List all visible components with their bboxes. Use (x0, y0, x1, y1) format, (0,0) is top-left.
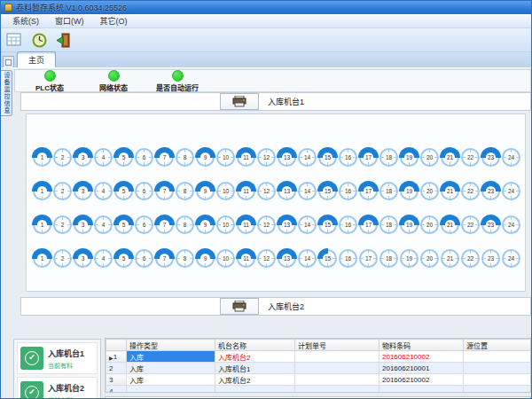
cell-操作类型[interactable] (127, 386, 215, 394)
slot-9: 9 (196, 182, 215, 200)
cell-机台名称[interactable]: 入库机台2 (215, 351, 295, 363)
status-led (172, 70, 184, 82)
status-led (108, 70, 120, 82)
slot-16: 16 (339, 148, 357, 167)
slot-9: 9 (196, 249, 215, 268)
slot-24: 24 (502, 215, 520, 234)
slot-10: 10 (216, 148, 235, 167)
cell-源位置[interactable] (464, 386, 532, 394)
slot-15: 15 (318, 182, 337, 200)
toolbar (1, 28, 531, 52)
slot-12: 12 (257, 249, 276, 268)
slot-14: 14 (298, 249, 317, 268)
status-item-2: 是否自动运行 (152, 70, 203, 92)
cell-计划单号[interactable] (295, 363, 379, 374)
table-row[interactable]: 4 (106, 386, 532, 394)
row-header-corner (106, 340, 127, 351)
dock-tab[interactable] (3, 56, 14, 67)
main-content: 设备监控信息 PLC状态网络状态是否自动运行 入库机台1 12345678910… (1, 67, 531, 399)
slot-2: 2 (53, 148, 72, 167)
slot-18: 18 (379, 249, 398, 268)
table-row[interactable]: ▶1入库入库机台2201606210002 (106, 351, 532, 363)
window-title: 卷料暂存系统 V1.0.6034.25526 (16, 2, 127, 13)
slot-11: 11 (237, 249, 255, 268)
menu-other[interactable]: 其它(O) (92, 14, 136, 27)
table-row[interactable]: 2入库入库机台1201606210001 (106, 363, 532, 374)
cell-计划单号[interactable] (295, 386, 379, 394)
menu-window[interactable]: 窗口(W) (47, 14, 92, 27)
row-number: ▶1 (106, 351, 127, 363)
slot-4: 4 (94, 148, 113, 167)
slot-22: 22 (461, 148, 480, 167)
slot-17: 17 (359, 249, 378, 268)
slot-10: 10 (216, 215, 235, 234)
slot-2: 2 (53, 215, 72, 234)
slot-20: 20 (420, 148, 439, 167)
slot-21: 21 (441, 148, 459, 167)
slot-7: 7 (155, 148, 174, 167)
machine2-title: 入库机台2 (268, 301, 304, 312)
print-button-machine2[interactable] (220, 298, 259, 315)
cell-计划单号[interactable] (295, 374, 379, 386)
cell-机台名称[interactable]: 入库机台2 (215, 374, 295, 386)
slot-14: 14 (298, 182, 317, 200)
row-number: 3 (106, 374, 127, 386)
menu-system[interactable]: 系统(S) (4, 14, 47, 27)
slot-22: 22 (461, 215, 480, 234)
tab-home[interactable]: 主页 (17, 51, 56, 67)
cell-操作类型[interactable]: 入库 (127, 374, 215, 386)
slot-5: 5 (114, 249, 133, 268)
slot-15: 15 (318, 215, 337, 234)
slot-11: 11 (237, 182, 255, 200)
clock-icon[interactable] (28, 30, 50, 50)
dock-icon (5, 59, 12, 66)
column-header-0[interactable]: 操作类型 (127, 340, 215, 351)
column-header-2[interactable]: 计划单号 (295, 340, 379, 351)
machine-card-2: ✔入库机台2当前有料 (17, 377, 98, 399)
cell-源位置[interactable] (464, 374, 532, 386)
table-row[interactable]: 3入库入库机台2201606210002 (106, 374, 532, 386)
slot-10: 10 (216, 249, 235, 268)
machine2-header: 入库机台2 (20, 297, 531, 316)
cell-物料条码[interactable]: 201606210001 (379, 363, 464, 374)
exit-icon[interactable] (53, 30, 74, 50)
slot-3: 3 (74, 148, 92, 167)
slot-5: 5 (114, 148, 133, 167)
slot-16: 16 (339, 249, 357, 268)
status-panel: PLC状态网络状态是否自动运行 (14, 69, 531, 92)
cell-计划单号[interactable] (295, 351, 379, 363)
slot-22: 22 (461, 249, 480, 268)
cell-源位置[interactable] (464, 351, 532, 363)
print-button-machine1[interactable] (220, 93, 259, 110)
header-spacer (21, 93, 220, 110)
cell-操作类型[interactable]: 入库 (127, 363, 215, 374)
cell-机台名称[interactable] (215, 386, 295, 394)
slot-19: 19 (400, 215, 419, 234)
slot-20: 20 (420, 215, 439, 234)
machine-card-name: 入库机台1 (48, 348, 84, 359)
cell-机台名称[interactable]: 入库机台1 (215, 363, 295, 374)
slot-13: 13 (278, 182, 296, 200)
column-header-1[interactable]: 机台名称 (215, 340, 295, 351)
slot-12: 12 (257, 215, 276, 234)
cell-物料条码[interactable]: 201606210002 (379, 351, 464, 363)
header-spacer (21, 298, 220, 315)
side-dock-tab[interactable]: 设备监控信息 (1, 70, 12, 116)
printer-icon (232, 96, 246, 107)
machine-card-1: ✔入库机台1当前有料 (17, 342, 98, 374)
slot-24: 24 (502, 249, 520, 268)
slot-19: 19 (400, 249, 419, 268)
calendar-icon[interactable] (4, 30, 25, 50)
cell-源位置[interactable] (464, 363, 532, 374)
cell-物料条码[interactable] (379, 386, 464, 394)
slot-row: 123456789101112131415161718192021222324 (33, 215, 520, 234)
cell-物料条码[interactable]: 201606210002 (379, 374, 464, 386)
slot-2: 2 (53, 182, 72, 200)
column-header-3[interactable]: 物料条码 (379, 340, 464, 351)
cell-操作类型[interactable]: 入库 (127, 351, 215, 363)
slot-3: 3 (74, 249, 92, 268)
column-header-4[interactable]: 源位置 (464, 340, 532, 351)
machine-card-status: 当前有料 (48, 361, 84, 370)
status-led (44, 70, 56, 82)
slot-6: 6 (135, 182, 153, 200)
